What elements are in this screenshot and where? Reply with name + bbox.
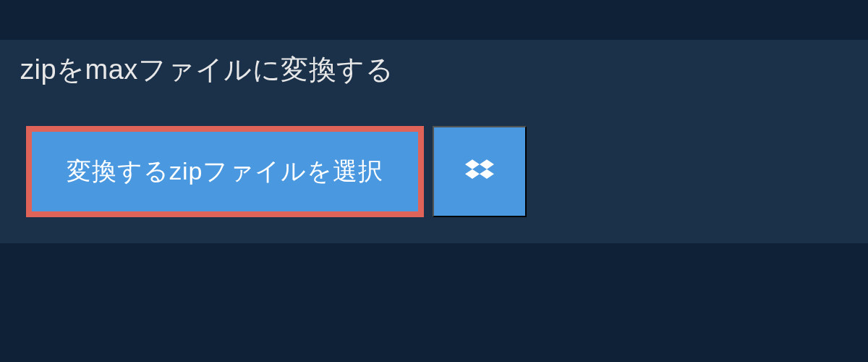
dropbox-button[interactable] [433,126,527,217]
select-file-label: 変換するzipファイルを選択 [67,155,383,188]
page-title: zipをmaxファイルに変換する [20,51,393,88]
button-row: 変換するzipファイルを選択 [0,100,868,243]
conversion-panel: zipをmaxファイルに変換する 変換するzipファイルを選択 [0,40,868,243]
select-file-button[interactable]: 変換するzipファイルを選択 [26,126,424,217]
title-bar: zipをmaxファイルに変換する [0,40,414,100]
dropbox-icon [465,157,494,186]
